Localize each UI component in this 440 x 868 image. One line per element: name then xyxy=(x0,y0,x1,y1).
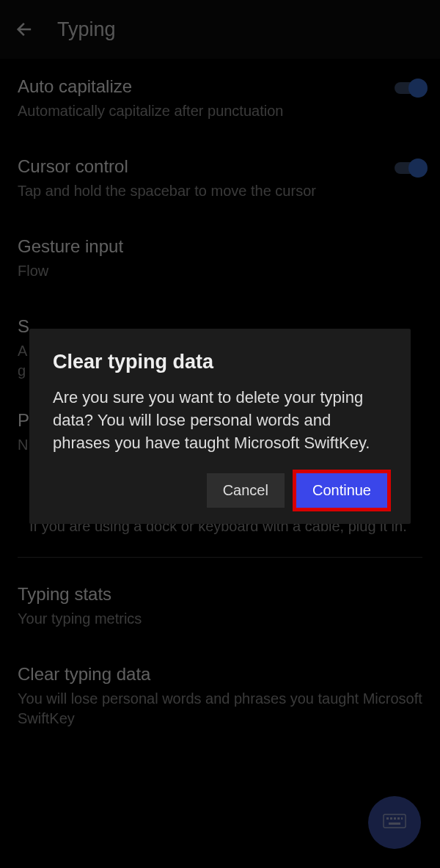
cancel-button[interactable]: Cancel xyxy=(207,473,285,508)
dialog-actions: Cancel Continue xyxy=(53,473,387,508)
continue-button[interactable]: Continue xyxy=(296,473,387,508)
clear-typing-data-dialog: Clear typing data Are you sure you want … xyxy=(29,329,411,524)
dialog-title: Clear typing data xyxy=(53,351,387,373)
dialog-body: Are you sure you want to delete your typ… xyxy=(53,387,387,454)
